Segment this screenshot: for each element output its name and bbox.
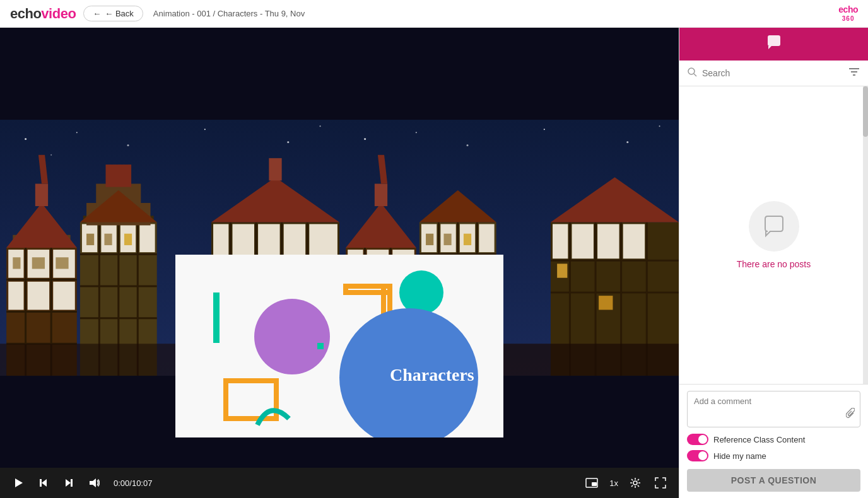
svg-rect-113 bbox=[553, 224, 568, 258]
panel-scroll-wrapper: There are no posts bbox=[679, 86, 868, 384]
play-button[interactable] bbox=[10, 475, 26, 491]
svg-line-141 bbox=[694, 74, 696, 76]
svg-rect-116 bbox=[623, 224, 645, 258]
filter-icon[interactable] bbox=[848, 67, 860, 79]
svg-rect-59 bbox=[309, 224, 337, 258]
hide-name-label: Hide my name bbox=[713, 451, 766, 461]
time-display: 0:00/10:07 bbox=[114, 478, 152, 488]
toggle-knob-hide-name bbox=[698, 451, 707, 460]
svg-rect-25 bbox=[35, 183, 48, 206]
svg-rect-23 bbox=[56, 257, 68, 269]
svg-rect-55 bbox=[213, 224, 228, 258]
svg-rect-89 bbox=[375, 183, 387, 206]
svg-rect-20 bbox=[53, 282, 75, 310]
svg-rect-127 bbox=[317, 343, 324, 349]
comment-input[interactable] bbox=[694, 397, 840, 419]
skip-back-icon bbox=[38, 477, 49, 489]
svg-rect-19 bbox=[28, 282, 50, 310]
paperclip-icon bbox=[846, 408, 855, 419]
filter-lines-icon bbox=[848, 67, 860, 77]
svg-point-3 bbox=[127, 144, 129, 146]
search-magnifier-icon bbox=[687, 67, 697, 77]
scrollbar-track[interactable] bbox=[863, 86, 868, 384]
svg-marker-132 bbox=[42, 479, 47, 487]
svg-rect-42 bbox=[124, 234, 132, 245]
video-area: Characters bbox=[0, 28, 679, 498]
svg-point-71 bbox=[626, 141, 628, 143]
search-icon bbox=[687, 67, 697, 79]
svg-rect-45 bbox=[105, 165, 131, 187]
fullscreen-button[interactable] bbox=[652, 475, 669, 491]
play-icon bbox=[13, 477, 24, 489]
svg-rect-57 bbox=[258, 224, 280, 258]
video-content: Characters bbox=[0, 28, 679, 468]
svg-rect-18 bbox=[8, 282, 23, 310]
svg-rect-118 bbox=[557, 263, 567, 277]
panel-tab-bar bbox=[679, 28, 868, 61]
svg-marker-134 bbox=[66, 479, 71, 487]
svg-rect-56 bbox=[232, 224, 254, 258]
svg-rect-101 bbox=[479, 224, 494, 252]
chat-tab-icon[interactable] bbox=[765, 33, 783, 55]
logo-echo-text: echo bbox=[10, 6, 41, 22]
search-input[interactable] bbox=[702, 68, 843, 78]
svg-point-72 bbox=[659, 125, 660, 127]
svg-rect-102 bbox=[426, 234, 433, 245]
echo360-line1: echo bbox=[838, 5, 858, 14]
breadcrumb: Animation - 001 / Characters - Thu 9, No… bbox=[153, 9, 305, 18]
svg-point-1 bbox=[25, 138, 26, 140]
attachment-icon[interactable] bbox=[846, 408, 855, 422]
speed-button[interactable]: 1x bbox=[609, 478, 618, 488]
svg-point-139 bbox=[633, 481, 637, 485]
svg-rect-114 bbox=[572, 224, 594, 258]
scrollbar-thumb[interactable] bbox=[863, 86, 868, 137]
app-header: echovideo ← ← Back Animation - 001 / Cha… bbox=[0, 0, 868, 28]
svg-point-69 bbox=[466, 144, 468, 146]
back-label: ← Back bbox=[105, 9, 134, 18]
pip-button[interactable] bbox=[583, 475, 601, 490]
echo360-line2: 360 bbox=[838, 15, 858, 22]
svg-rect-115 bbox=[597, 224, 619, 258]
settings-button[interactable] bbox=[627, 475, 643, 491]
back-arrow-icon: ← bbox=[93, 9, 101, 18]
logo: echovideo bbox=[10, 6, 76, 22]
svg-text:Characters: Characters bbox=[390, 365, 474, 385]
reference-class-toggle[interactable] bbox=[687, 434, 708, 445]
skip-forward-button[interactable] bbox=[61, 475, 77, 491]
volume-button[interactable] bbox=[86, 475, 102, 491]
svg-rect-39 bbox=[139, 224, 155, 252]
toggle-knob-reference bbox=[698, 435, 707, 444]
search-bar bbox=[679, 61, 868, 86]
fullscreen-icon bbox=[655, 477, 666, 489]
skip-back-button[interactable] bbox=[35, 475, 52, 491]
post-question-button[interactable]: Post A Question bbox=[687, 469, 860, 492]
hide-name-row: Hide my name bbox=[687, 450, 860, 461]
svg-point-4 bbox=[204, 129, 206, 130]
reference-class-row: Reference Class Content bbox=[687, 434, 860, 445]
reference-class-label: Reference Class Content bbox=[713, 435, 805, 444]
svg-point-2 bbox=[76, 132, 78, 133]
svg-rect-58 bbox=[284, 224, 306, 258]
back-button[interactable]: ← ← Back bbox=[83, 6, 143, 21]
svg-point-140 bbox=[688, 68, 695, 74]
no-posts-icon-container bbox=[749, 201, 799, 252]
svg-rect-104 bbox=[464, 234, 471, 245]
svg-rect-41 bbox=[104, 234, 112, 245]
skip-forward-icon bbox=[63, 477, 74, 489]
comment-section: Reference Class Content Hide my name Pos… bbox=[679, 384, 868, 498]
svg-point-5 bbox=[287, 141, 289, 143]
right-panel: There are no posts bbox=[679, 28, 868, 498]
no-posts-bubble-icon bbox=[761, 214, 787, 239]
svg-point-124 bbox=[254, 299, 330, 374]
controls-right: 1x bbox=[583, 475, 669, 491]
svg-rect-27 bbox=[40, 165, 45, 170]
svg-point-68 bbox=[416, 132, 417, 133]
svg-rect-22 bbox=[32, 257, 45, 269]
main-layout: Characters bbox=[0, 28, 868, 498]
posts-area: There are no posts bbox=[679, 86, 868, 384]
svg-marker-136 bbox=[90, 478, 96, 487]
no-posts-text: There are no posts bbox=[737, 259, 811, 269]
svg-rect-135 bbox=[71, 479, 73, 487]
hide-name-toggle[interactable] bbox=[687, 450, 708, 461]
settings-icon bbox=[630, 477, 641, 489]
